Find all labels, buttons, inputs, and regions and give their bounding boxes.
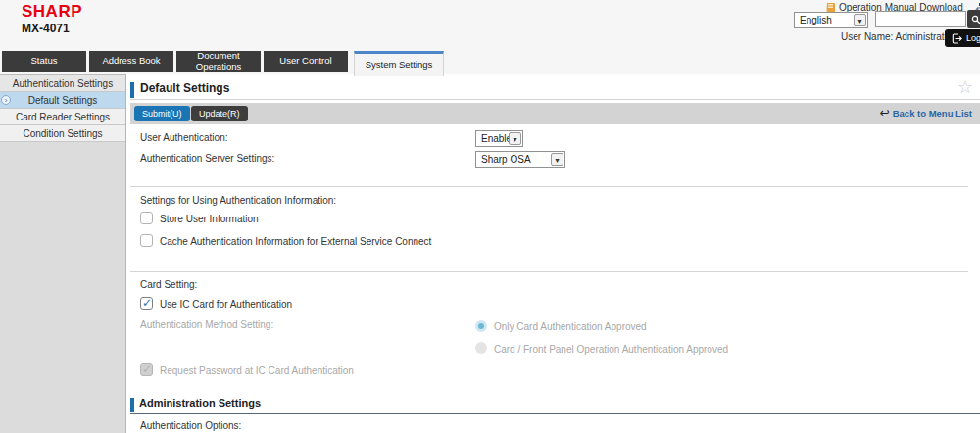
brand-logo: SHARP [22,2,82,22]
language-select[interactable]: English ▾ [794,12,868,28]
title-divider [130,99,980,100]
auth-info-section-label: Settings for Using Authentication Inform… [140,195,336,206]
section-accent-bar [130,398,134,412]
auth-server-settings-label: Authentication Server Settings: [140,153,274,164]
logout-icon [952,33,962,44]
auth-method-setting-label: Authentication Method Setting: [140,319,273,330]
tab-address-book[interactable]: Address Book [89,51,173,72]
check-icon: ✓ [142,362,152,376]
request-password-checkbox: ✓ [140,363,153,376]
logout-button[interactable]: Logout [945,29,980,47]
admin-section-divider [130,413,980,414]
favorite-star-icon[interactable]: ☆ [957,76,973,97]
toolbar: Submit(U) Update(R) ↩ Back to Menu List [130,103,980,124]
use-ic-card-checkbox[interactable]: ✓ [140,297,153,310]
cache-auth-info-label: Cache Authentication Information for Ext… [160,236,431,247]
sidebar-item-condition-settings[interactable]: Condition Settings [0,125,125,142]
page: SHARP MX-4071 Operation Manual Download … [0,0,980,433]
chevron-down-icon: ▾ [854,14,866,26]
search-button[interactable] [967,10,980,28]
check-icon: ✓ [142,296,152,310]
sidebar-item-card-reader-settings[interactable]: Card Reader Settings [0,109,125,125]
tab-label: User Control [279,56,331,66]
section-divider [130,186,968,187]
tab-label: Document Operations [176,51,261,72]
tab-label: System Settings [366,60,433,70]
use-ic-card-label: Use IC Card for Authentication [160,299,292,310]
chevron-down-icon: ▾ [509,132,521,145]
selected-arrow-icon: › [1,95,11,105]
tab-status[interactable]: Status [2,51,86,72]
logout-label: Logout [966,33,980,43]
section-divider [130,271,968,272]
user-authentication-select[interactable]: Enable ▾ [475,130,523,147]
auth-server-settings-value: Sharp OSA [481,154,531,165]
user-authentication-label: User Authentication: [140,132,228,143]
store-user-info-checkbox[interactable] [140,212,153,224]
search-icon [971,15,980,24]
tab-label: Address Book [102,56,160,66]
auth-server-settings-select[interactable]: Sharp OSA ▾ [475,151,565,168]
submit-button[interactable]: Submit(U) [134,106,190,121]
tab-bar: Status Address Book Document Operations … [0,51,980,76]
request-password-label: Request Password at IC Card Authenticati… [160,365,354,376]
tab-label: Status [31,56,58,66]
store-user-info-label: Store User Information [160,214,259,224]
language-value: English [800,15,832,25]
sidebar-item-authentication-settings[interactable]: Authentication Settings [0,75,125,92]
only-card-auth-label: Only Card Authentication Approved [494,321,647,332]
authentication-options-label: Authentication Options: [140,420,241,431]
radio-dot [478,323,484,329]
chevron-down-icon: ▾ [551,153,564,166]
cache-auth-info-checkbox[interactable] [140,234,153,247]
only-card-auth-radio[interactable] [475,320,487,332]
page-title: Default Settings [140,81,229,95]
tab-document-operations[interactable]: Document Operations [176,51,261,72]
sidebar-item-label: Condition Settings [23,128,102,139]
tab-system-settings[interactable]: System Settings [354,51,444,76]
title-accent-bar [130,82,134,98]
search-input[interactable] [875,11,966,27]
user-name-label: User Name: Administrator [841,31,953,42]
administration-settings-title: Administration Settings [139,397,261,409]
sidebar-item-label: Authentication Settings [13,78,113,89]
back-arrow-icon: ↩ [880,107,890,119]
user-authentication-value: Enable [481,133,512,144]
update-button[interactable]: Update(R) [191,106,248,121]
sidebar-item-label: Card Reader Settings [16,112,110,122]
card-setting-label: Card Setting: [140,279,197,290]
card-front-panel-label: Card / Front Panel Operation Authenticat… [494,344,728,355]
sidebar-item-label: Default Settings [28,95,98,106]
model-number: MX-4071 [22,22,70,35]
back-to-menu-label: Back to Menu List [893,108,972,119]
tab-user-control[interactable]: User Control [264,51,348,72]
sidebar-item-default-settings[interactable]: › Default Settings [0,92,125,109]
card-front-panel-radio[interactable] [475,342,487,354]
back-to-menu-link[interactable]: ↩ Back to Menu List [880,107,972,119]
